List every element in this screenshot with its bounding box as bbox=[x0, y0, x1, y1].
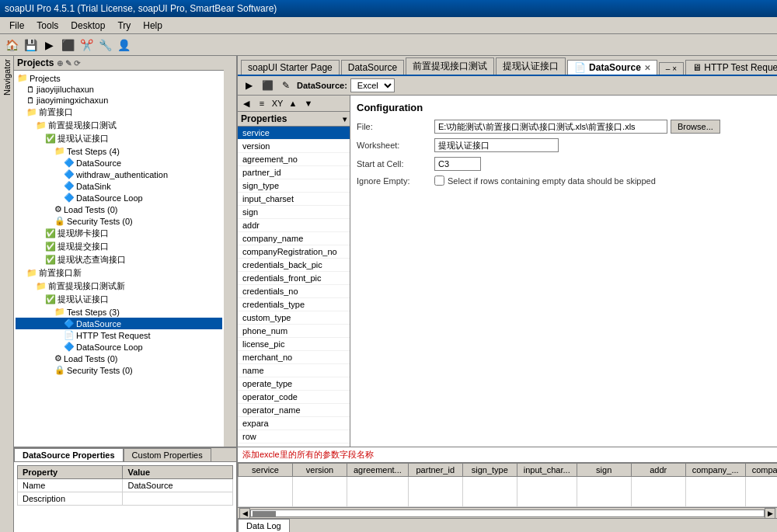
tree-step-loop1[interactable]: 🔷 DataSource Loop bbox=[16, 192, 222, 203]
props-collapse-btn[interactable]: ◀ bbox=[239, 96, 253, 110]
tab-ds-close[interactable]: ✕ bbox=[644, 64, 650, 72]
tree-sec-new[interactable]: 🔒 Security Tests (0) bbox=[16, 364, 222, 376]
tree-suite-1[interactable]: ✅ 提现认证接口 bbox=[16, 132, 222, 145]
tree-step-wa[interactable]: 🔷 withdraw_authentication bbox=[16, 169, 222, 180]
project-icon-2: 🗒 bbox=[26, 96, 35, 105]
prop-cred-type[interactable]: credentials_type bbox=[238, 298, 350, 311]
tree-step-loop-new[interactable]: 🔷 DataSource Loop bbox=[16, 341, 222, 353]
tree-project-2[interactable]: 🗒 jiaoyimingxichaxun bbox=[16, 95, 222, 106]
tree-sec-1[interactable]: 🔒 Security Tests (0) bbox=[16, 215, 222, 227]
menu-desktop[interactable]: Desktop bbox=[64, 19, 111, 33]
tab-custom-properties[interactable]: Custom Properties bbox=[124, 448, 211, 461]
tree-folder-1[interactable]: 📁 前置接口 bbox=[16, 106, 222, 119]
tree-steps-new[interactable]: 📁 Test Steps (3) bbox=[16, 306, 222, 318]
tree-steps-1[interactable]: 📁 Test Steps (4) bbox=[16, 145, 222, 157]
prop-custom-type[interactable]: custom_type bbox=[238, 311, 350, 325]
prop-agreement-no[interactable]: agreement_no bbox=[238, 153, 350, 166]
tree-label-12: Security Tests (0) bbox=[67, 217, 133, 226]
tree-step-sink[interactable]: 🔷 DataSink bbox=[16, 180, 222, 192]
prop-cred-back[interactable]: credentials_back_pic bbox=[238, 259, 350, 272]
worksheet-input[interactable] bbox=[434, 138, 559, 152]
prop-version[interactable]: version bbox=[238, 140, 350, 153]
ds-stop-btn[interactable]: ⬛ bbox=[260, 78, 275, 93]
title-text: soapUI Pro 4.5.1 (Trial License, soapUI … bbox=[5, 3, 277, 14]
file-input[interactable] bbox=[434, 120, 667, 134]
tree-suite-tj[interactable]: ✅ 提现提交接口 bbox=[16, 240, 222, 253]
tree-suite-new[interactable]: ✅ 提现认证接口 bbox=[16, 293, 222, 306]
tree-suite-zt[interactable]: ✅ 提现状态查询接口 bbox=[16, 253, 222, 266]
startcell-input[interactable] bbox=[434, 157, 481, 171]
props-xy-btn[interactable]: XY bbox=[270, 96, 284, 110]
prop-partner-id[interactable]: partner_id bbox=[238, 166, 350, 179]
tree-project-1[interactable]: 🗒 jiaoyijiluchaxun bbox=[16, 84, 222, 95]
tree-step-http[interactable]: 📄 HTTP Test Request bbox=[16, 329, 222, 341]
prop-operator-code[interactable]: operator_code bbox=[238, 391, 350, 404]
tree-step-ds1[interactable]: 🔷 DataSource bbox=[16, 157, 222, 169]
toolbar-btn-6[interactable]: 🔧 bbox=[96, 37, 113, 54]
hscroll-thumb[interactable] bbox=[253, 511, 276, 517]
tree-suite-bk[interactable]: ✅ 提现绑卡接口 bbox=[16, 227, 222, 240]
tree-load-new[interactable]: ⚙ Load Tests (0) bbox=[16, 353, 222, 364]
ds-type-select[interactable]: Excel Grid XML bbox=[350, 78, 395, 92]
tab-qzzx[interactable]: 前置提现接口测试 bbox=[406, 57, 494, 75]
prop-sign-type[interactable]: sign_type bbox=[238, 179, 350, 193]
prop-sign[interactable]: sign bbox=[238, 206, 350, 219]
toolbar-btn-3[interactable]: ▶ bbox=[40, 37, 57, 54]
prop-phone-num[interactable]: phone_num bbox=[238, 325, 350, 338]
ignore-checkbox[interactable] bbox=[434, 176, 444, 186]
col-version: version bbox=[293, 464, 347, 477]
prop-company-reg[interactable]: companyRegistration_no bbox=[238, 245, 350, 259]
tab-http[interactable]: 🖥 HTTP Test Request bbox=[685, 60, 777, 75]
menu-try[interactable]: Try bbox=[111, 19, 137, 33]
tab-starter[interactable]: soapUI Starter Page bbox=[241, 60, 340, 75]
prop-cred-front[interactable]: credentials_front_pic bbox=[238, 272, 350, 285]
prop-company-name[interactable]: company_name bbox=[238, 232, 350, 245]
prop-operate-type[interactable]: operate_type bbox=[238, 377, 350, 391]
data-log-tab-item[interactable]: Data Log bbox=[238, 519, 290, 532]
tree-load-1[interactable]: ⚙ Load Tests (0) bbox=[16, 203, 222, 215]
prop-input-charset[interactable]: input_charset bbox=[238, 193, 350, 206]
tree-folder-new[interactable]: 📁 前置接口新 bbox=[16, 266, 222, 280]
toolbar-btn-4[interactable]: ⬛ bbox=[59, 37, 76, 54]
menu-tools[interactable]: Tools bbox=[30, 19, 64, 33]
tab-txrz[interactable]: 提现认证接口 bbox=[496, 57, 566, 75]
prop-expara[interactable]: expara bbox=[238, 417, 350, 430]
folder-icon-1: 📁 bbox=[26, 107, 37, 117]
projects-tree[interactable]: 📁 Projects 🗒 jiaoyijiluchaxun 🗒 jiaoyimi… bbox=[14, 71, 224, 447]
props-collapse-arrow[interactable]: ▾ bbox=[343, 115, 347, 123]
tab-datasource-properties[interactable]: DataSource Properties bbox=[14, 448, 124, 461]
prop-cred-no[interactable]: credentials_no bbox=[238, 285, 350, 298]
hscroll-right-btn[interactable]: ▶ bbox=[765, 508, 775, 519]
props-list[interactable]: service version agreement_no partner_id … bbox=[238, 127, 350, 447]
menu-file[interactable]: File bbox=[3, 19, 30, 33]
browse-button[interactable]: Browse... bbox=[671, 120, 720, 134]
ds-table-scroll[interactable]: service version agreement... partner_id … bbox=[238, 463, 777, 507]
hscroll-bar[interactable]: ◀ ▶ bbox=[238, 507, 777, 518]
props-up-btn[interactable]: ▲ bbox=[286, 96, 300, 110]
tree-folder-2[interactable]: 📁 前置提现接口测试 bbox=[16, 119, 222, 132]
tree-folder-new2[interactable]: 📁 前置提现接口测试新 bbox=[16, 280, 222, 293]
prop-operator-name[interactable]: operator_name bbox=[238, 404, 350, 417]
props-sort-btn[interactable]: ≡ bbox=[255, 96, 269, 110]
tree-step-ds-new[interactable]: 🔷 DataSource bbox=[16, 318, 222, 329]
ds-run-btn[interactable]: ▶ bbox=[241, 78, 256, 93]
prop-addr[interactable]: addr bbox=[238, 219, 350, 232]
tree-root[interactable]: 📁 Projects bbox=[16, 72, 222, 84]
startcell-label: Start at Cell: bbox=[357, 159, 434, 169]
prop-name[interactable]: name bbox=[238, 364, 350, 377]
props-dn-btn[interactable]: ▼ bbox=[301, 96, 315, 110]
prop-service[interactable]: service bbox=[238, 127, 350, 140]
toolbar-btn-1[interactable]: 🏠 bbox=[3, 37, 20, 54]
menu-help[interactable]: Help bbox=[137, 19, 169, 33]
prop-license-pic[interactable]: license_pic bbox=[238, 338, 350, 351]
tab-datasource-active[interactable]: 📄 DataSource ✕ bbox=[567, 60, 657, 76]
ds-edit-btn[interactable]: ✎ bbox=[278, 78, 294, 93]
prop-row[interactable]: row bbox=[238, 430, 350, 443]
hscroll-track[interactable] bbox=[250, 509, 765, 517]
hscroll-left-btn[interactable]: ◀ bbox=[239, 508, 250, 519]
toolbar-btn-7[interactable]: 👤 bbox=[115, 37, 132, 54]
prop-merchant-no[interactable]: merchant_no bbox=[238, 351, 350, 364]
tab-datasource-1[interactable]: DataSource bbox=[341, 60, 404, 75]
toolbar-btn-5[interactable]: ✂️ bbox=[78, 37, 95, 54]
toolbar-btn-2[interactable]: 💾 bbox=[22, 37, 39, 54]
